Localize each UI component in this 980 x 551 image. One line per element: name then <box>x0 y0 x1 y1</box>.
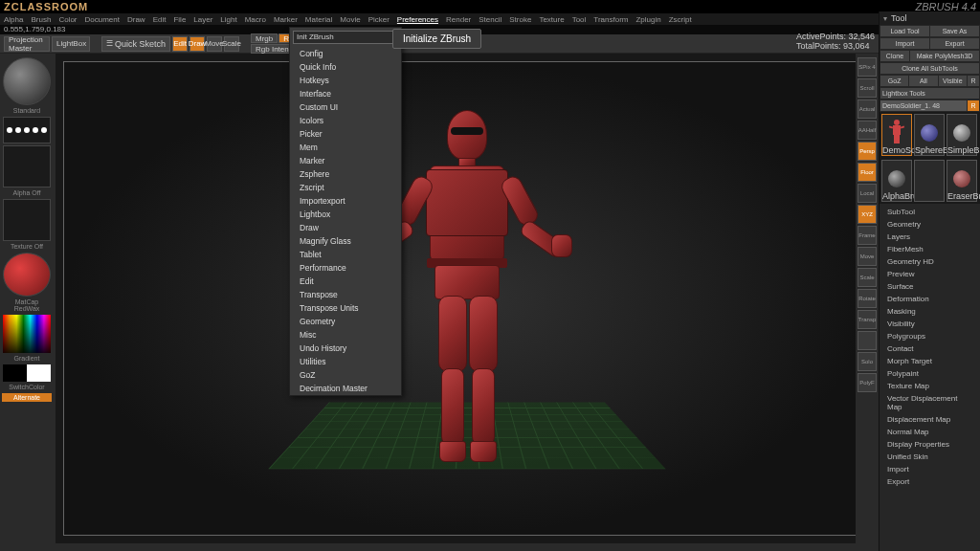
section-normal-map[interactable]: Normal Map <box>880 426 980 438</box>
tool-thumb-empty[interactable] <box>914 160 945 202</box>
pref-icolors[interactable]: Icolors <box>290 114 401 127</box>
menu-layer[interactable]: Layer <box>191 15 214 24</box>
quicksketch-button[interactable]: ☰Quick Sketch <box>101 36 170 52</box>
viewport[interactable] <box>63 61 871 536</box>
pref-zscript[interactable]: Zscript <box>290 181 401 194</box>
pref-utilities[interactable]: Utilities <box>290 355 401 368</box>
nav-transp[interactable]: Transp <box>858 310 877 329</box>
nav-rotate[interactable]: Rotate <box>858 289 877 308</box>
color-swatches[interactable] <box>3 364 51 382</box>
alternate-button[interactable]: Alternate <box>2 393 52 402</box>
menu-zplugin[interactable]: Zplugin <box>634 15 662 24</box>
texture-thumb[interactable] <box>3 199 51 241</box>
tool-thumb-simplebrush[interactable]: SimpleBrush <box>947 114 977 156</box>
menu-zscript[interactable]: Zscript <box>667 15 694 24</box>
goz-all-button[interactable]: All <box>909 76 937 86</box>
section-fibermesh[interactable]: FiberMesh <box>880 243 980 255</box>
tool-thumb-soldier[interactable]: DemoSoldier_1 <box>881 114 912 156</box>
pref-config[interactable]: Config <box>290 47 401 60</box>
menu-document[interactable]: Document <box>83 15 122 24</box>
section-export[interactable]: Export <box>880 475 980 488</box>
menu-file[interactable]: File <box>171 15 188 24</box>
edit-mode-button[interactable]: Edit <box>172 36 188 52</box>
nav-actual[interactable]: Actual <box>858 99 877 119</box>
pref-mem[interactable]: Mem <box>290 141 401 154</box>
nav-xyz[interactable]: XYZ <box>858 205 877 224</box>
menu-transform[interactable]: Transform <box>591 15 630 24</box>
pref-magnify-glass[interactable]: Magnify Glass <box>290 234 401 248</box>
pref-misc[interactable]: Misc <box>290 328 401 342</box>
menu-macro[interactable]: Macro <box>243 15 268 24</box>
menu-preferences[interactable]: Preferences <box>395 15 440 24</box>
nav-solo[interactable]: Solo <box>858 352 877 371</box>
nav-scroll[interactable]: Scroll <box>858 78 877 98</box>
section-polygroups[interactable]: Polygroups <box>880 330 980 342</box>
pref-transpose-units[interactable]: Transpose Units <box>290 301 401 315</box>
menu-stroke[interactable]: Stroke <box>507 15 533 24</box>
pref-edit[interactable]: Edit <box>290 275 401 288</box>
menu-edit[interactable]: Edit <box>151 15 168 24</box>
brush-thumb[interactable] <box>3 57 51 105</box>
section-texture-map[interactable]: Texture Map <box>880 380 980 392</box>
switchcolor-label[interactable]: SwitchColor <box>2 384 52 390</box>
nav-blank[interactable] <box>858 331 877 350</box>
projection-master-button[interactable]: Projection Master <box>4 36 50 52</box>
menu-texture[interactable]: Texture <box>537 15 566 24</box>
pref-importexport[interactable]: Importexport <box>290 194 401 208</box>
save-as-button[interactable]: Save As <box>930 26 979 36</box>
section-visibility[interactable]: Visibility <box>880 318 980 330</box>
menu-render[interactable]: Render <box>444 15 473 24</box>
menu-light[interactable]: Light <box>218 15 238 24</box>
pref-lightbox[interactable]: Lightbox <box>290 208 401 221</box>
pref-goz[interactable]: GoZ <box>290 368 401 382</box>
lightbox-button[interactable]: LightBox <box>52 36 90 52</box>
tool-thumb-eraser[interactable]: EraserBrush <box>947 160 977 202</box>
section-geometry[interactable]: Geometry <box>880 218 980 231</box>
color-picker[interactable] <box>3 315 51 353</box>
nav-floor[interactable]: Floor <box>858 163 877 182</box>
section-import[interactable]: Import <box>880 463 980 475</box>
section-unified-skin[interactable]: Unified Skin <box>880 451 980 463</box>
nav-aahalf[interactable]: AAHalf <box>858 121 877 140</box>
clone-button[interactable]: Clone <box>880 51 909 61</box>
pref-performance[interactable]: Performance <box>290 261 401 275</box>
pref-marker[interactable]: Marker <box>290 154 401 167</box>
menu-draw[interactable]: Draw <box>125 15 147 24</box>
pref-undo-history[interactable]: Undo History <box>290 342 401 355</box>
nav-spix4[interactable]: SPix 4 <box>858 57 877 77</box>
export-button[interactable]: Export <box>930 38 979 49</box>
nav-scale[interactable]: Scale <box>858 268 877 287</box>
menu-tool[interactable]: Tool <box>570 15 589 24</box>
goz-r-button[interactable]: R <box>968 76 979 86</box>
tool-thumb-alphabrush[interactable]: AlphaBrush <box>881 160 912 202</box>
section-contact[interactable]: Contact <box>880 342 980 355</box>
material-thumb[interactable] <box>3 253 51 297</box>
pref-tablet[interactable]: Tablet <box>290 248 401 261</box>
pref-custom-ui[interactable]: Custom UI <box>290 100 401 114</box>
nav-move[interactable]: Move <box>858 247 877 266</box>
menu-marker[interactable]: Marker <box>272 15 300 24</box>
menu-stencil[interactable]: Stencil <box>477 15 503 24</box>
section-deformation[interactable]: Deformation <box>880 293 980 305</box>
scale-mode-button[interactable]: Scale <box>224 36 239 52</box>
import-button[interactable]: Import <box>880 38 929 49</box>
make-polymesh-button[interactable]: Make PolyMesh3D <box>910 51 979 61</box>
alpha-thumb[interactable] <box>3 145 51 187</box>
section-displacement-map[interactable]: Displacement Map <box>880 413 980 426</box>
section-morph-target[interactable]: Morph Target <box>880 355 980 367</box>
tool-thumb-spherebrush[interactable]: SphereBrush <box>914 114 945 156</box>
pref-interface[interactable]: Interface <box>290 87 401 100</box>
nav-local[interactable]: Local <box>858 184 877 203</box>
section-vector-displacement-map[interactable]: Vector Displacement Map <box>880 392 980 413</box>
menu-picker[interactable]: Picker <box>367 15 391 24</box>
goz-button[interactable]: GoZ <box>880 76 908 86</box>
pref-decimation-master[interactable]: Decimation Master <box>290 382 401 395</box>
section-layers[interactable]: Layers <box>880 231 980 243</box>
section-masking[interactable]: Masking <box>880 305 980 318</box>
load-tool-button[interactable]: Load Tool <box>880 26 929 36</box>
chevron-down-icon[interactable]: ▾ <box>883 14 887 23</box>
pref-quick-info[interactable]: Quick Info <box>290 60 401 74</box>
section-display-properties[interactable]: Display Properties <box>880 438 980 451</box>
section-preview[interactable]: Preview <box>880 268 980 280</box>
tool-r-button[interactable]: R <box>968 100 979 111</box>
